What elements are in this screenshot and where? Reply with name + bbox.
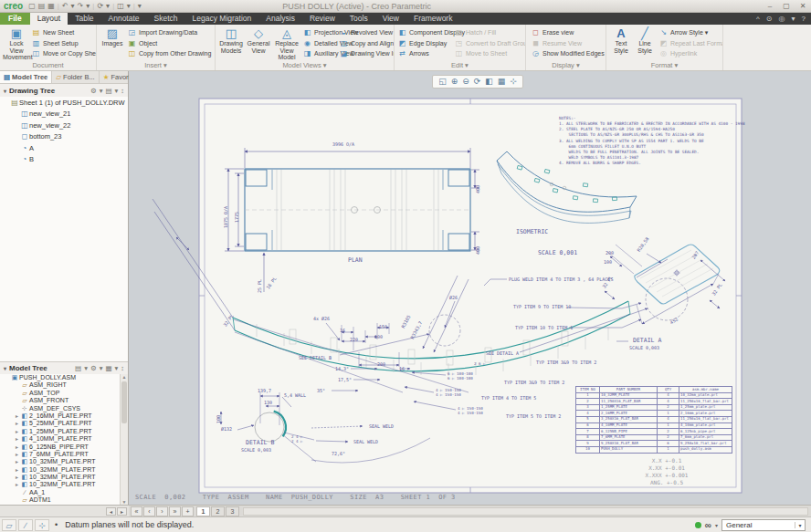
ribbon-button[interactable]: ◒Revolved View — [340, 27, 395, 38]
lock-view-movement-button[interactable]: ▣ Lock View Movement — [3, 26, 30, 61]
horizontal-scrollbar[interactable] — [243, 507, 808, 516]
model-tree-item[interactable]: ▸◧5_25MM_PLATE.PRT — [0, 420, 120, 427]
datum-axis-display-icon[interactable]: ∕ — [18, 519, 33, 531]
separator[interactable]: | — [112, 2, 114, 10]
model-tree-item[interactable]: ▸◧6_125NB_PIPE.PRT — [0, 443, 120, 451]
ribbon-button[interactable]: ◼Resume View — [532, 38, 605, 49]
tree-columns-icon[interactable]: ▦ — [105, 364, 111, 372]
ribbon-tab[interactable]: Framework — [406, 13, 460, 25]
model-tree-item[interactable]: ⊹ASM_DEF_CSYS — [0, 405, 120, 412]
ribbon-tab[interactable]: Tools — [342, 13, 375, 25]
ribbon-tab[interactable]: View — [375, 13, 406, 25]
caret-icon[interactable]: ▾ — [114, 87, 118, 95]
ribbon-button[interactable]: ◫Move or Copy Sheets — [32, 48, 97, 59]
ribbon-button[interactable]: ◲Import Drawing/Data — [128, 27, 211, 38]
ribbon-button[interactable]: ◪Drawing View Information — [340, 48, 395, 59]
redo-menu-icon[interactable]: ▾ — [86, 2, 90, 10]
model-tree-scrollbar[interactable]: ▲▼ — [120, 374, 128, 505]
ribbon-button[interactable]: ◫Copy and Align View — [340, 38, 395, 49]
model-tree-item[interactable]: ▱ADTM1 — [0, 496, 120, 504]
regenerate-icon[interactable]: ⟳ — [97, 2, 103, 10]
tab-file[interactable]: File — [0, 13, 30, 25]
help-icon[interactable]: ? — [802, 15, 806, 23]
undo-menu-icon[interactable]: ▾ — [71, 2, 75, 10]
ribbon-button[interactable]: ◫Move to Sheet — [455, 48, 526, 59]
sheet-tab[interactable]: 1 — [196, 506, 210, 516]
group-label-edit[interactable]: Edit ▾ — [395, 61, 525, 69]
ribbon-button[interactable]: ◩Repeat Last Format — [659, 38, 723, 49]
next-sheet-button[interactable]: › — [156, 506, 168, 516]
display-style-icon[interactable]: ◧ — [485, 76, 493, 88]
datum-point-display-icon[interactable]: ⊹ — [35, 519, 49, 531]
group-label-insert[interactable]: Insert ▾ — [97, 61, 215, 69]
ribbon-tab[interactable]: Sketch — [147, 13, 185, 25]
maximize-button[interactable]: ▢ — [778, 2, 795, 10]
tree-display-icon[interactable]: ▤ — [105, 87, 111, 95]
separator[interactable]: | — [133, 2, 135, 10]
model-tree-item[interactable]: ▸◧10_32MM_PLATE.PRT — [0, 474, 120, 481]
drawing-tree-item[interactable]: ▤Sheet 1 (1) of PUSH_DOLLY.DRW — [0, 97, 128, 109]
drawing-tree-item[interactable]: ◫new_view_21 — [0, 109, 128, 120]
line-style-button[interactable]: ╱ Line Style — [634, 26, 656, 54]
drawing-tree-item[interactable]: ◻bottom_23 — [0, 131, 128, 143]
tree-filter-icon[interactable]: ⚙ — [90, 364, 97, 372]
model-tree-item[interactable]: ▸◧10_32MM_PLATE.PRT — [0, 466, 120, 474]
windows-icon[interactable]: ◫ — [117, 2, 124, 10]
search-binoculars-icon[interactable]: ∞ — [705, 520, 711, 530]
zoom-out-icon[interactable]: ⊖ — [462, 76, 469, 88]
panel-horizontal-scrollbar[interactable]: ◂▸ — [0, 505, 129, 516]
repaint-icon[interactable]: ⟳ — [474, 76, 481, 88]
caret-icon[interactable]: ▾ — [100, 87, 103, 95]
last-sheet-button[interactable]: » — [169, 506, 181, 516]
tree-filter-icon[interactable]: ⚙ — [90, 87, 97, 95]
connect-icon[interactable]: ◎ — [779, 15, 785, 23]
model-tree-item[interactable]: ▱ASM_TOP — [0, 390, 120, 397]
new-file-icon[interactable]: ▢ — [28, 2, 36, 10]
ribbon-button[interactable]: ◶Show Modified Edges — [532, 48, 605, 59]
caret-icon[interactable]: ▾ — [84, 364, 88, 372]
ribbon-button[interactable]: ▣Object — [128, 38, 211, 49]
images-button[interactable]: ▨ Images — [99, 26, 126, 47]
collapse-caret-icon[interactable]: ▾ — [4, 88, 6, 94]
minimize-button[interactable]: – — [762, 2, 778, 10]
sheet-tab[interactable]: 2 — [211, 506, 225, 516]
customize-menu-icon[interactable]: ▾ — [138, 2, 142, 10]
regenerate-menu-icon[interactable]: ▾ — [106, 2, 110, 10]
tree-expand-icon[interactable]: ↕ — [121, 364, 124, 372]
tree-page-icon[interactable]: ▤ — [75, 364, 81, 372]
redo-icon[interactable]: ↷ — [78, 2, 84, 10]
saved-views-icon[interactable]: ▦ — [498, 76, 506, 88]
ribbon-tab[interactable]: Layout — [30, 13, 68, 25]
zoom-in-icon[interactable]: ⊕ — [451, 76, 458, 88]
scrollbar-thumb[interactable] — [121, 381, 127, 423]
caret-icon[interactable]: ▾ — [100, 364, 103, 372]
minimize-ribbon-icon[interactable]: ^ — [756, 15, 760, 23]
scroll-right-icon[interactable]: ▸ — [117, 507, 127, 516]
sheet-tab[interactable]: 3 — [226, 506, 239, 516]
model-tree-item[interactable]: ▱ASM_RIGHT — [0, 381, 120, 389]
model-tree-item[interactable]: ▸◧10_32MM_PLATE.PRT — [0, 458, 120, 465]
separator[interactable]: | — [58, 2, 59, 10]
ribbon-tab[interactable]: Analysis — [258, 13, 302, 25]
model-tree-item[interactable]: ▱ASM_FRONT — [0, 397, 120, 404]
ribbon-tab[interactable]: Review — [302, 13, 342, 25]
options-caret-icon[interactable]: ▾ — [792, 15, 795, 23]
scroll-left-icon[interactable]: ◂ — [106, 507, 116, 516]
command-search-icon[interactable]: ⊙ — [766, 15, 773, 23]
group-label-document[interactable]: Document — [0, 61, 96, 69]
save-icon[interactable]: ▦ — [47, 2, 55, 10]
model-tree-item[interactable]: ▸◧10_32MM_PLATE.PRT — [0, 481, 120, 488]
group-label-model-views[interactable]: Model Views ▾ — [216, 61, 394, 69]
refit-icon[interactable]: ◱ — [438, 76, 447, 88]
close-button[interactable]: ✕ — [795, 2, 811, 10]
graphics-area[interactable]: ◱ ⊕ ⊖ ⟳ ◧ ▦ ⊹ NOTES:-1. ALL STEELWORK TO… — [129, 71, 811, 505]
undo-icon[interactable]: ↶ — [62, 2, 68, 10]
text-style-button[interactable]: A Text Style — [610, 26, 632, 54]
model-tree-item[interactable]: ∕AA_1 — [0, 489, 120, 496]
drawing-tree-item[interactable]: ◔A — [0, 142, 128, 154]
model-tree-item[interactable]: ▸◧1_25MM_PLATE.PRT — [0, 428, 120, 435]
prev-sheet-button[interactable]: ‹ — [143, 506, 155, 516]
caret-icon[interactable]: ▾ — [114, 364, 118, 372]
datum-plane-display-icon[interactable]: ▱ — [2, 519, 16, 531]
tree-expand-icon[interactable]: ↕ — [121, 87, 124, 95]
